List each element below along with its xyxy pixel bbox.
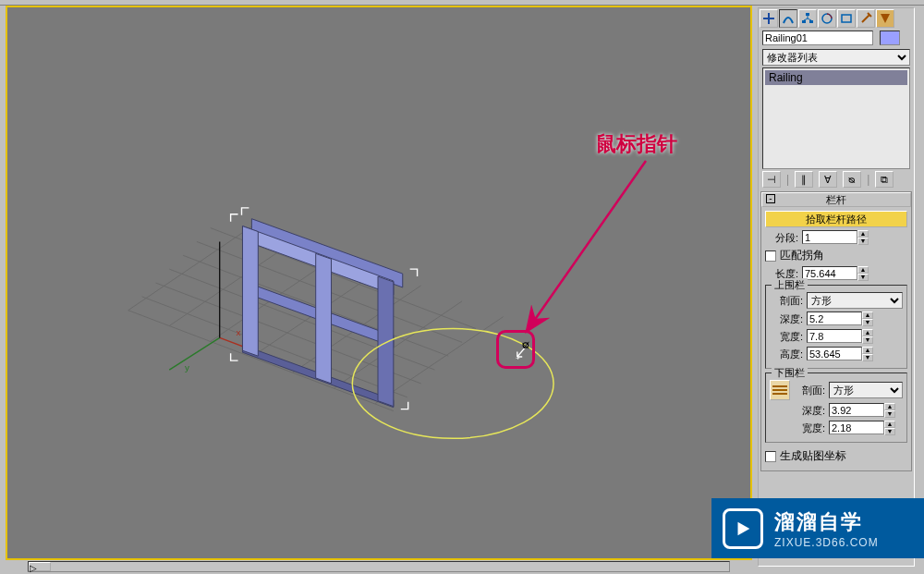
- watermark-url: ZIXUE.3D66.COM: [774, 536, 879, 549]
- viewport-inner: x y: [8, 8, 749, 557]
- watermark: 溜溜自学 ZIXUE.3D66.COM: [711, 498, 924, 558]
- svg-rect-36: [772, 393, 787, 395]
- lower-rail-count-icon[interactable]: [770, 380, 790, 400]
- make-unique-button[interactable]: ∀: [819, 171, 837, 188]
- segments-input[interactable]: [802, 230, 857, 244]
- spinner-up[interactable]: ▲: [862, 329, 873, 336]
- spinner-down[interactable]: ▼: [862, 336, 873, 344]
- modifier-list-dropdown[interactable]: 修改器列表: [762, 49, 910, 66]
- object-color-swatch[interactable]: [880, 31, 900, 45]
- rollout-collapse-icon[interactable]: -: [766, 194, 775, 203]
- svg-rect-35: [772, 389, 787, 391]
- svg-marker-23: [242, 226, 258, 357]
- create-tab[interactable]: [760, 9, 778, 28]
- watermark-brand: 溜溜自学: [774, 508, 879, 536]
- upper-depth-input[interactable]: [807, 311, 862, 325]
- scene-svg: x y: [8, 8, 749, 557]
- generate-uv-checkbox[interactable]: [765, 451, 776, 462]
- spinner-up[interactable]: ▲: [884, 403, 895, 410]
- svg-rect-30: [802, 20, 806, 23]
- lower-rail-group: 下围栏 剖面: 方形 深度: ▲▼: [765, 372, 907, 443]
- configure-sets-button[interactable]: ⧉: [875, 171, 894, 188]
- match-corners-checkbox[interactable]: [765, 250, 776, 262]
- spinner-down[interactable]: ▼: [862, 319, 873, 326]
- railing-rollout: - 栏杆 拾取栏杆路径 分段: ▲▼ 匹配拐角 长度: ▲▼: [760, 191, 912, 471]
- upper-depth-label: 深度:: [770, 312, 803, 326]
- object-name-input[interactable]: [762, 31, 873, 45]
- lower-depth-label: 深度:: [797, 404, 825, 418]
- svg-rect-33: [842, 15, 851, 22]
- modify-tab[interactable]: [779, 9, 797, 28]
- extra-tab[interactable]: [876, 9, 894, 28]
- upper-profile-select[interactable]: 方形: [807, 292, 903, 309]
- spinner-up[interactable]: ▲: [857, 230, 869, 238]
- time-slider[interactable]: [28, 561, 730, 572]
- svg-marker-24: [316, 253, 332, 384]
- annotation-label: 鼠标指针: [596, 130, 677, 158]
- upper-rail-group: 上围栏 剖面: 方形 深度: ▲▼ 宽度: ▲▼ 高度:: [765, 285, 907, 369]
- svg-line-1: [142, 297, 407, 397]
- playback-start-icon[interactable]: ▷: [30, 563, 37, 573]
- match-corners-label: 匹配拐角: [780, 248, 824, 263]
- svg-line-16: [169, 337, 219, 370]
- separator: |: [867, 173, 869, 186]
- upper-height-input[interactable]: [807, 347, 862, 360]
- svg-marker-25: [378, 276, 394, 407]
- lower-profile-label: 剖面:: [797, 384, 825, 397]
- spinner-down[interactable]: ▼: [857, 238, 869, 245]
- utilities-tab[interactable]: [857, 9, 875, 28]
- separator: |: [786, 173, 789, 186]
- remove-modifier-button[interactable]: ᴓ: [843, 171, 861, 188]
- lower-depth-input[interactable]: [829, 403, 884, 417]
- upper-width-input[interactable]: [807, 329, 862, 343]
- modifier-stack-item[interactable]: Railing: [765, 70, 907, 85]
- spinner-up[interactable]: ▲: [862, 347, 873, 354]
- spinner-up[interactable]: ▲: [884, 421, 895, 428]
- length-input[interactable]: [802, 266, 857, 280]
- modifier-stack[interactable]: Railing: [762, 67, 910, 169]
- rollout-title: 栏杆: [826, 194, 846, 205]
- upper-height-label: 高度:: [770, 348, 803, 361]
- svg-rect-29: [806, 13, 809, 16]
- command-panel-tabs: [759, 8, 914, 29]
- perspective-viewport[interactable]: x y: [6, 6, 752, 560]
- svg-line-7: [128, 224, 257, 311]
- pin-stack-button[interactable]: ⊣: [762, 171, 781, 188]
- svg-rect-31: [809, 20, 813, 23]
- lower-profile-select[interactable]: 方形: [829, 382, 903, 398]
- upper-profile-label: 剖面:: [770, 294, 803, 308]
- upper-width-label: 宽度:: [770, 330, 803, 344]
- pick-railing-path-button[interactable]: 拾取栏杆路径: [765, 211, 907, 227]
- annotation-highlight-box: [496, 330, 535, 369]
- generate-uv-label: 生成贴图坐标: [780, 448, 846, 464]
- spinner-down[interactable]: ▼: [884, 410, 895, 418]
- svg-rect-34: [772, 385, 787, 387]
- spinner-up[interactable]: ▲: [857, 266, 869, 274]
- spinner-up[interactable]: ▲: [862, 311, 873, 319]
- command-panel: 修改器列表 Railing ⊣ | ∥ ∀ ᴓ | ⧉ - 栏杆 拾取栏杆路径 …: [758, 7, 915, 567]
- upper-rail-title: 上围栏: [772, 278, 808, 292]
- segments-label: 分段:: [765, 231, 798, 245]
- lower-width-label: 宽度:: [797, 421, 825, 435]
- motion-tab[interactable]: [818, 9, 836, 28]
- display-tab[interactable]: [837, 9, 856, 28]
- hierarchy-tab[interactable]: [798, 9, 817, 28]
- watermark-logo-icon: [723, 508, 763, 549]
- show-end-result-button[interactable]: ∥: [795, 171, 813, 188]
- spinner-down[interactable]: ▼: [857, 274, 869, 281]
- svg-text:y: y: [185, 362, 189, 372]
- spinner-down[interactable]: ▼: [884, 428, 895, 435]
- spinner-down[interactable]: ▼: [862, 354, 873, 361]
- svg-text:x: x: [237, 327, 241, 337]
- modifier-stack-toolbar: ⊣ | ∥ ∀ ᴓ | ⧉: [762, 171, 910, 188]
- rollout-header[interactable]: - 栏杆: [761, 192, 911, 207]
- lower-width-input[interactable]: [829, 421, 884, 434]
- lower-rail-title: 下围栏: [772, 366, 808, 380]
